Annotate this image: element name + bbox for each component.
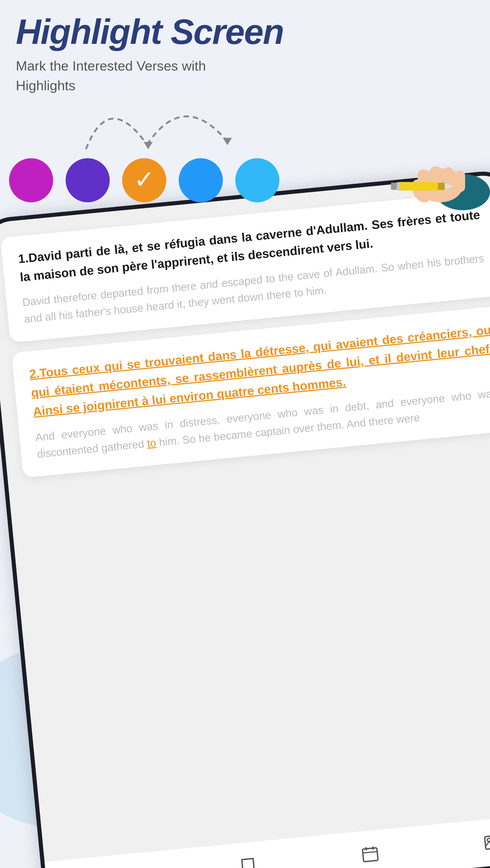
svg-rect-10 — [438, 183, 445, 190]
hand-highlighter-illustration — [377, 147, 490, 210]
circle-blue[interactable] — [179, 158, 223, 202]
svg-rect-17 — [363, 848, 378, 862]
circle-purple[interactable] — [66, 158, 110, 202]
image-icon — [483, 833, 490, 852]
dashed-arc-svg — [50, 72, 235, 158]
circle-lightblue[interactable] — [235, 158, 279, 202]
page-title: Highlight Screen — [16, 13, 474, 51]
screen-content: 1.David parti de là, et se réfugia dans … — [0, 173, 490, 861]
nav-book-button[interactable] — [112, 864, 139, 868]
nav-image-button[interactable] — [479, 829, 490, 856]
circle-magenta[interactable] — [9, 158, 53, 202]
checkmark-icon: ✓ — [134, 167, 155, 192]
phone-screen: 1.David parti de là, et se réfugia dans … — [0, 173, 490, 868]
svg-rect-9 — [397, 182, 438, 191]
circle-orange-selected[interactable]: ✓ — [122, 158, 166, 202]
calendar-icon — [361, 844, 380, 864]
phone-mockup: 1.David parti de là, et se réfugia dans … — [0, 169, 490, 868]
svg-line-18 — [363, 851, 377, 853]
color-circles-row: ✓ — [9, 158, 279, 202]
svg-rect-7 — [455, 170, 465, 192]
highlighted-word-to: to — [146, 437, 156, 450]
svg-marker-0 — [144, 142, 153, 149]
nav-calendar-button[interactable] — [356, 840, 384, 868]
svg-rect-13 — [391, 183, 397, 190]
svg-line-19 — [366, 847, 367, 850]
svg-marker-1 — [223, 138, 232, 145]
bookmark-icon — [238, 856, 258, 868]
phone-body: 1.David parti de là, et se réfugia dans … — [0, 169, 490, 868]
nav-bookmark-button[interactable] — [234, 852, 261, 868]
